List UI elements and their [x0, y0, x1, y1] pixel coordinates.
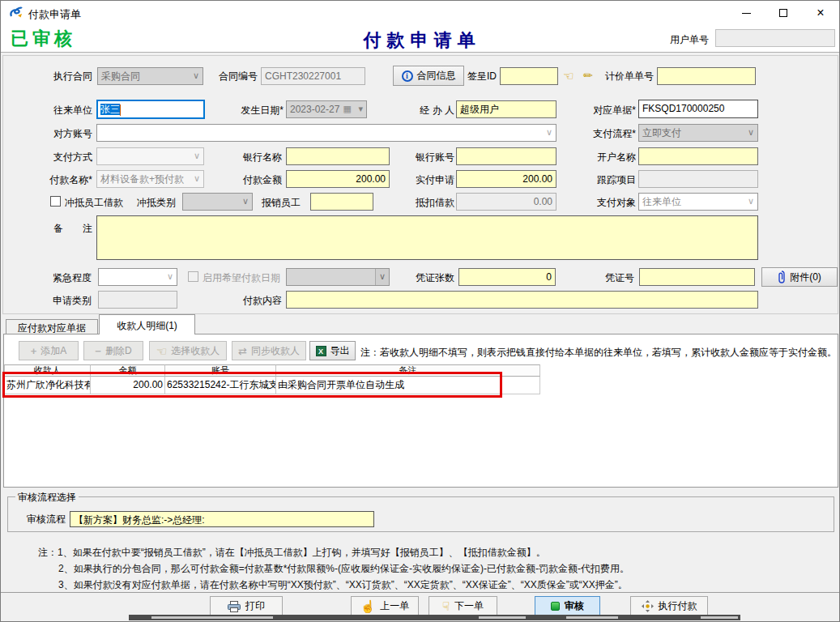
- occur-date-picker[interactable]: 2023-02-27 ▦ ▾: [286, 100, 367, 118]
- sign-id-input[interactable]: [500, 67, 558, 85]
- exec-contract-label: 执行合同: [32, 67, 92, 85]
- offset-type-combo[interactable]: ∨: [182, 193, 253, 211]
- select-payee-label: 选择收款人: [171, 344, 220, 358]
- close-button[interactable]: ×: [802, 1, 839, 25]
- pay-target-value: 往来单位: [642, 196, 681, 207]
- pay-amount-input[interactable]: 200.00: [286, 170, 390, 188]
- offset-loan-label: 冲抵员工借款: [65, 194, 130, 211]
- text-caret: [120, 104, 121, 116]
- print-button[interactable]: 打印: [210, 596, 283, 616]
- excel-icon: X: [316, 346, 326, 356]
- exec-contract-combo[interactable]: 采购合同 ∨: [97, 67, 203, 85]
- pricing-no-label: 计价单单号: [602, 67, 654, 85]
- partner-input[interactable]: 张三: [96, 100, 205, 119]
- urgency-combo[interactable]: ∨: [98, 268, 177, 286]
- attachment-label: 附件(0): [790, 271, 821, 284]
- export-button[interactable]: X 导出: [309, 341, 356, 360]
- chevron-down-icon: ∨: [193, 71, 199, 80]
- chevron-down-icon: ▾: [358, 104, 363, 113]
- pay-name-value: 材料设备款+预付款: [100, 173, 184, 185]
- delete-payee-button[interactable]: − 删除D: [83, 341, 143, 360]
- prev-doc-button[interactable]: ☝ 上一单: [351, 596, 419, 616]
- pricing-no-input[interactable]: [657, 67, 756, 85]
- edge-dash: [701, 616, 738, 619]
- maximize-icon: [779, 9, 787, 17]
- app-icon: [9, 6, 23, 19]
- pay-method-label: 支付方式: [32, 148, 92, 166]
- handler-label: 经 办 人: [406, 101, 454, 119]
- add-payee-button[interactable]: + 添加A: [19, 341, 79, 360]
- sync-icon: ⇄: [238, 346, 247, 356]
- next-doc-label: 下一单: [454, 599, 484, 613]
- approval-flow-input[interactable]: 【新方案】财务总监:->总经理:: [70, 511, 374, 527]
- payee-note: 注：若收款人明细不填写，则表示把钱直接付给本单据的往来单位，若填写，累计收款人金…: [360, 346, 837, 360]
- attachment-button[interactable]: 附件(0): [761, 267, 838, 287]
- bank-name-label: 银行名称: [236, 148, 282, 166]
- execute-payment-button[interactable]: 执行付款: [630, 596, 708, 616]
- enable-hope-date-label: 启用希望付款日期: [203, 269, 284, 287]
- contract-info-button[interactable]: i 合同信息: [393, 66, 464, 86]
- edge-dash: [566, 616, 618, 619]
- track-project-input[interactable]: [638, 170, 758, 188]
- party-account-combo[interactable]: ∨: [96, 124, 556, 142]
- approve-button[interactable]: 审核: [535, 596, 600, 616]
- offset-loan-checkbox[interactable]: [50, 196, 61, 207]
- bank-name-input[interactable]: [286, 147, 390, 165]
- account-name-input[interactable]: [638, 147, 758, 165]
- chevron-down-icon: ∨: [748, 128, 754, 137]
- approve-label: 审核: [565, 599, 584, 613]
- enable-hope-date-checkbox[interactable]: [188, 271, 198, 282]
- bank-account-label: 银行账号: [406, 148, 454, 166]
- minus-icon: −: [95, 346, 101, 356]
- voucher-no-input[interactable]: [639, 268, 755, 286]
- pay-flow-combo[interactable]: 立即支付 ∨: [638, 124, 758, 142]
- pay-name-combo[interactable]: 材料设备款+预付款 ∨: [96, 170, 204, 188]
- sync-payee-button[interactable]: ⇄ 同步收款人: [232, 341, 306, 360]
- maximize-button[interactable]: [765, 1, 802, 25]
- hand-pointer-icon[interactable]: ☜: [563, 70, 574, 82]
- tab-payable-docs[interactable]: 应付款对应单据: [6, 319, 98, 334]
- actual-pay-input[interactable]: 200.00: [456, 170, 556, 188]
- next-doc-button[interactable]: ☟ 下一单: [429, 596, 497, 616]
- voucher-count-input[interactable]: 0: [458, 268, 556, 286]
- sync-payee-label: 同步收款人: [251, 344, 300, 358]
- contract-no-input[interactable]: CGHT230227001: [261, 67, 365, 85]
- urgency-label: 紧急程度: [41, 269, 92, 287]
- pay-method-combo[interactable]: ∨: [96, 147, 204, 165]
- page-title: 付款申请单: [268, 28, 576, 53]
- window-controls: ×: [727, 1, 839, 25]
- footer-note-3: 3、如果付款没有对应付款单据，请在付款名称中写明“XX预付款”、“XX订货款”、…: [58, 578, 628, 592]
- occur-date-value: 2023-02-27: [290, 104, 339, 115]
- offset-type-label: 冲抵类别: [135, 194, 176, 211]
- ref-doc-input[interactable]: FKSQD170000250: [638, 100, 758, 118]
- track-project-label: 跟踪项目: [582, 171, 636, 189]
- calendar-icon: ▦: [343, 104, 352, 113]
- apply-type-input[interactable]: [98, 291, 177, 309]
- handler-input[interactable]: 超级用户: [456, 100, 556, 118]
- hope-date-combo[interactable]: ∨: [286, 268, 390, 286]
- user-no-input[interactable]: [715, 29, 835, 47]
- chevron-down-icon: ∨: [546, 128, 552, 137]
- pay-content-input[interactable]: [286, 291, 758, 309]
- delete-label: 删除D: [105, 344, 132, 358]
- minimize-button[interactable]: [727, 1, 765, 25]
- execute-payment-label: 执行付款: [659, 599, 697, 613]
- deduct-loan-label: 抵扣借款: [406, 194, 454, 211]
- tab-payee-detail[interactable]: 收款人明细(1): [99, 314, 195, 334]
- chevron-down-icon: ∨: [242, 197, 249, 206]
- reimburse-emp-input[interactable]: [310, 193, 373, 211]
- ref-doc-label: 对应单据*: [582, 101, 636, 119]
- prev-doc-label: 上一单: [380, 599, 409, 613]
- contract-info-label: 合同信息: [417, 69, 456, 83]
- select-payee-button[interactable]: ☜ 选择收款人: [149, 341, 227, 360]
- bank-account-input[interactable]: [456, 147, 556, 165]
- add-label: 添加A: [41, 344, 66, 358]
- partner-label: 往来单位: [32, 101, 92, 119]
- actual-pay-label: 实付申请: [406, 171, 454, 189]
- pay-target-combo[interactable]: 往来单位 ∨: [638, 193, 758, 211]
- deduct-loan-input[interactable]: 0.00: [456, 193, 556, 211]
- remark-textarea[interactable]: [96, 215, 758, 260]
- minimize-icon: [742, 13, 751, 14]
- edit-pencil-icon[interactable]: ✏: [583, 70, 593, 81]
- paperclip-icon: [778, 271, 786, 283]
